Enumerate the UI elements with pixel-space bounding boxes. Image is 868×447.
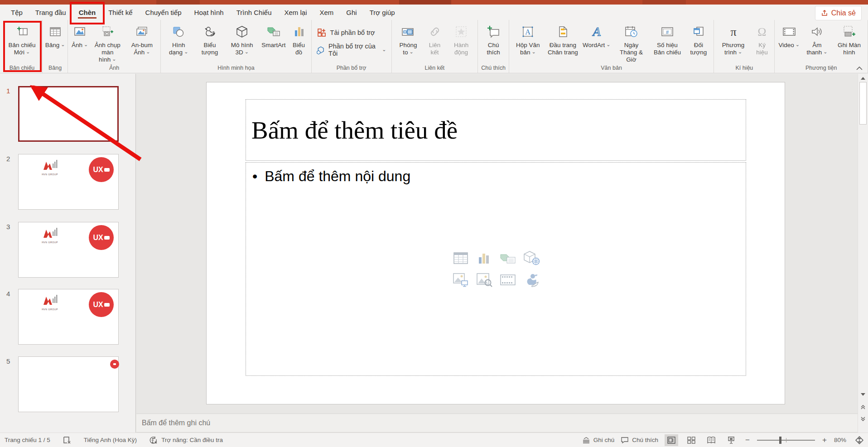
- slide-thumbnail-5[interactable]: [18, 356, 119, 412]
- notes-pane[interactable]: Bấm để thêm ghi chú: [136, 413, 858, 433]
- menu-tab-tep[interactable]: Tệp: [5, 5, 29, 20]
- slide-sorter-view-button[interactable]: [685, 434, 698, 446]
- link-icon: [428, 23, 442, 40]
- accessibility-status[interactable]: Trợ năng: Cần điều tra: [149, 436, 223, 444]
- shapes-button[interactable]: Hình dạng: [162, 20, 195, 65]
- button-label: Đầu trang Chân trang: [548, 42, 578, 56]
- date-time-button[interactable]: Ngày Tháng & Giờ: [612, 20, 650, 65]
- menu-tab-thiet-ke[interactable]: Thiết kế: [102, 5, 139, 20]
- equation-button[interactable]: π Phương trình: [715, 20, 751, 65]
- chart-icon[interactable]: [476, 250, 493, 267]
- video-icon[interactable]: [499, 271, 516, 288]
- action-icon: [454, 23, 468, 40]
- language-indicator[interactable]: Tiếng Anh (Hoa Kỳ): [84, 437, 137, 443]
- get-addins-button[interactable]: Tải phần bổ trợ: [313, 27, 379, 38]
- previous-slide-button[interactable]: [859, 404, 867, 411]
- table-icon: [48, 23, 62, 40]
- chevron-down-icon: [145, 49, 150, 56]
- slide-indicator[interactable]: Trang chiếu 1 / 5: [5, 437, 50, 443]
- hvn-logo-mark: [42, 228, 58, 239]
- chevron-down-icon: [243, 49, 249, 56]
- zoom-slider-thumb[interactable]: [779, 437, 781, 444]
- menu-tab-tro-giup[interactable]: Trợ giúp: [363, 5, 401, 20]
- button-label: Chú thích: [487, 42, 500, 56]
- content-placeholder[interactable]: Bấm để thêm nội dung: [246, 162, 746, 376]
- chevron-down-icon: [24, 49, 30, 56]
- button-label: Video: [778, 42, 794, 48]
- slide-thumbnail-4[interactable]: HVN GROUP UX: [18, 289, 119, 345]
- screen-recording-button[interactable]: Ghi Màn hình: [832, 20, 866, 65]
- button-label: WordArt: [583, 42, 605, 48]
- menu-tab-chen[interactable]: Chèn: [72, 5, 102, 20]
- slide-thumbnail-1[interactable]: [18, 86, 119, 142]
- menu-tab-label: Trình Chiếu: [236, 9, 272, 16]
- comment-button[interactable]: Chú thích: [479, 20, 507, 65]
- object-button[interactable]: Đối tượng: [685, 20, 712, 65]
- menu-tab-trinh-chieu[interactable]: Trình Chiếu: [230, 5, 278, 20]
- zoom-link-button[interactable]: Phóng to: [393, 20, 424, 65]
- collapse-ribbon-button[interactable]: [854, 64, 864, 72]
- slide-number-button[interactable]: # Số hiệu Bản chiếu: [650, 20, 685, 65]
- 3d-models-button[interactable]: Mô hình 3D: [225, 20, 259, 65]
- audio-button[interactable]: Âm thanh: [802, 20, 832, 65]
- scroll-up-button[interactable]: [859, 75, 867, 82]
- notes-toggle-button[interactable]: Ghi chú: [582, 437, 615, 443]
- zoom-link-icon: [401, 23, 415, 40]
- share-label: Chia sẻ: [831, 9, 856, 17]
- menu-tab-ghi[interactable]: Ghi: [340, 5, 363, 20]
- screenshot-button[interactable]: Ảnh chụp màn hình: [90, 20, 125, 65]
- smartart-icon[interactable]: [499, 250, 516, 267]
- wordart-button[interactable]: A WordArt: [580, 20, 612, 65]
- menu-tab-label: Hoạt hình: [194, 9, 224, 16]
- scrollbar-thumb[interactable]: [859, 82, 867, 125]
- reading-view-button[interactable]: [704, 434, 718, 446]
- insert-icons-icon[interactable]: [523, 271, 540, 288]
- menu-tab-xem[interactable]: Xem: [313, 5, 340, 20]
- pictures-button[interactable]: Ảnh: [69, 20, 90, 65]
- my-addins-button[interactable]: Phần bổ trợ của Tôi: [313, 42, 390, 58]
- slide-thumbnail-3[interactable]: HVN GROUP UX: [18, 222, 119, 278]
- slide-canvas[interactable]: Bấm để thêm tiêu đề Bấm để thêm nội dung: [206, 82, 785, 404]
- share-button[interactable]: Chia sẻ: [815, 6, 862, 20]
- menu-tab-xem-lai[interactable]: Xem lại: [278, 5, 313, 20]
- video-button[interactable]: Video: [776, 20, 802, 65]
- slideshow-view-button[interactable]: [724, 434, 738, 446]
- button-label: Số hiệu Bản chiếu: [654, 42, 681, 56]
- zoom-slider[interactable]: [757, 440, 815, 441]
- zoom-in-button[interactable]: +: [821, 436, 828, 445]
- menu-tab-hoat-hinh[interactable]: Hoạt hình: [188, 5, 230, 20]
- title-placeholder[interactable]: Bấm để thêm tiêu đề: [246, 99, 746, 161]
- next-slide-button[interactable]: [859, 415, 867, 423]
- zoom-slider-tick: [786, 438, 786, 442]
- photo-album-button[interactable]: An-bum Ảnh: [125, 20, 159, 65]
- notes-off-button[interactable]: [63, 436, 72, 444]
- notes-lines-icon: [582, 437, 590, 443]
- zoom-level[interactable]: 80%: [834, 437, 846, 443]
- vertical-scrollbar[interactable]: [858, 74, 868, 433]
- slide-thumbnail-2[interactable]: HVN GROUP UX: [18, 154, 119, 210]
- fit-to-window-button[interactable]: [853, 434, 866, 446]
- chart-button[interactable]: Biểu đồ: [288, 20, 310, 65]
- picture-icon[interactable]: [452, 271, 469, 288]
- table-icon[interactable]: [452, 250, 469, 267]
- menu-tab-trang-dau[interactable]: Trang đầu: [29, 5, 72, 20]
- 3d-model-icon[interactable]: [523, 250, 540, 267]
- scroll-down-button[interactable]: [859, 391, 867, 398]
- comments-toggle-button[interactable]: Chú thích: [621, 437, 658, 443]
- smartart-button[interactable]: SmartArt: [259, 20, 288, 65]
- chevron-down-icon: [605, 42, 610, 48]
- zoom-out-button[interactable]: −: [744, 436, 751, 445]
- stock-image-icon[interactable]: [476, 271, 493, 288]
- ux-badge: UX: [89, 292, 114, 317]
- header-footer-button[interactable]: Đầu trang Chân trang: [545, 20, 580, 65]
- double-chevron-down-icon: [861, 417, 865, 421]
- status-bar: Trang chiếu 1 / 5 Tiếng Anh (Hoa Kỳ) Trợ…: [0, 433, 868, 447]
- normal-view-button[interactable]: [665, 434, 678, 446]
- slide-number: 4: [6, 290, 10, 298]
- table-button[interactable]: Bảng: [43, 20, 68, 65]
- text-box-button[interactable]: A Hộp Văn bản: [511, 20, 545, 65]
- new-slide-button[interactable]: Bản chiếu Mới: [3, 20, 41, 65]
- menu-tab-chuyen-tiep[interactable]: Chuyển tiếp: [139, 5, 188, 20]
- icons-button[interactable]: Biểu tượng: [195, 20, 225, 65]
- badge-tag: [104, 236, 110, 240]
